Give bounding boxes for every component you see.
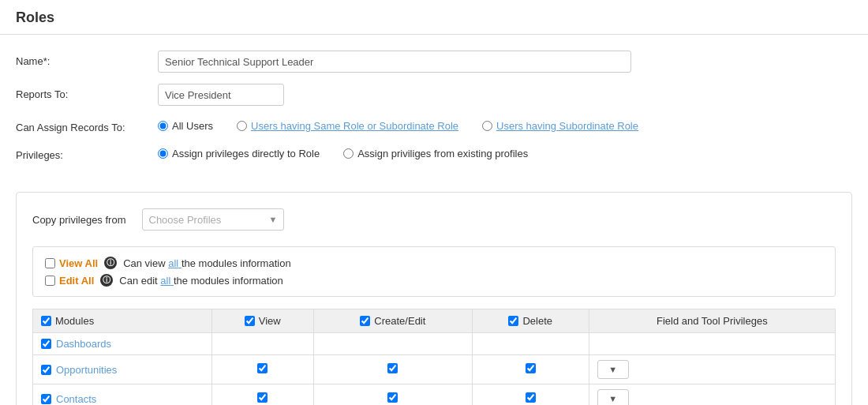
assign-label-sub-only: Users having Subordinate Role (496, 120, 638, 132)
assign-label-all-users: All Users (172, 120, 213, 132)
view-all-info-link: all (168, 257, 181, 269)
view-edit-section: View All ⓘ Can view all the modules info… (32, 246, 836, 297)
th-delete: Delete (472, 309, 589, 333)
view-all-checkbox[interactable] (45, 258, 55, 268)
th-field-tool: Field and Tool Privileges (589, 309, 835, 333)
module-view-cell (211, 333, 313, 355)
view-all-checkbox-item[interactable]: View All (45, 257, 98, 269)
can-assign-row: Can Assign Records To: All Users Users h… (16, 117, 852, 133)
table-row: Contacts▼ (33, 384, 836, 406)
priv-radio-profiles[interactable] (343, 148, 354, 159)
edit-all-info-icon: ⓘ (100, 274, 113, 287)
module-delete-checkbox[interactable] (526, 363, 536, 373)
profile-select[interactable]: Choose Profiles (142, 208, 284, 231)
module-create_edit-checkbox[interactable] (387, 392, 398, 403)
view-all-info-text: Can view all the modules information (123, 257, 290, 269)
priv-radio-direct[interactable] (158, 148, 168, 159)
module-view-cell (211, 384, 313, 406)
module-row-checkbox[interactable] (41, 339, 51, 349)
privileges-label: Privileges: (16, 144, 158, 161)
module-field-tool-cell: ▼ (589, 384, 835, 406)
module-delete-cell (472, 355, 589, 384)
form-section: Name*: Reports To: Can Assign Records To… (0, 35, 868, 180)
th-create-edit-label: Create/Edit (374, 315, 425, 327)
th-modules-label: Modules (55, 315, 94, 327)
module-row-checkbox[interactable] (41, 365, 51, 375)
page-container: Roles Name*: Reports To: Can Assign Reco… (0, 0, 868, 405)
th-create-edit-checkbox[interactable] (360, 316, 370, 326)
th-view: View (211, 309, 313, 333)
module-create_edit-cell (313, 333, 472, 355)
copy-privileges-row: Copy privileges from Choose Profiles ▼ (32, 208, 836, 231)
module-name-link[interactable]: Contacts (56, 393, 96, 405)
can-assign-label: Can Assign Records To: (16, 117, 158, 133)
field-tool-dropdown-button[interactable]: ▼ (597, 389, 629, 405)
edit-all-checkbox-item[interactable]: Edit All (45, 275, 94, 287)
module-name-link[interactable]: Dashboards (56, 338, 111, 350)
module-name-cell: Dashboards (33, 333, 212, 355)
priv-option-direct[interactable]: Assign privileges directly to Role (158, 148, 320, 159)
privileges-row: Privileges: Assign privileges directly t… (16, 144, 852, 161)
edit-all-info-prefix: Can edit (119, 275, 157, 287)
assign-option-sub-only[interactable]: Users having Subordinate Role (482, 120, 638, 132)
th-modules-checkbox[interactable] (41, 316, 51, 326)
module-create_edit-cell (313, 384, 472, 406)
assign-radio-all-users[interactable] (158, 121, 168, 131)
th-modules: Modules (33, 309, 212, 333)
table-header-row: Modules View Create/Edit (33, 309, 836, 333)
reports-to-control (158, 84, 852, 106)
edit-all-info-rest: the modules information (174, 275, 283, 287)
edit-all-label: Edit All (59, 275, 94, 287)
assign-option-same-or-sub[interactable]: Users having Same Role or Subordinate Ro… (237, 120, 458, 132)
page-title: Roles (0, 0, 868, 35)
module-name-link[interactable]: Opportunities (56, 364, 117, 376)
module-view-checkbox[interactable] (257, 363, 268, 373)
table-row: Dashboards (33, 333, 836, 355)
module-create_edit-checkbox[interactable] (387, 363, 398, 373)
privileges-control: Assign privileges directly to Role Assig… (158, 144, 852, 159)
th-create-edit: Create/Edit (313, 309, 472, 333)
privileges-radio-group: Assign privileges directly to Role Assig… (158, 144, 852, 159)
field-tool-dropdown-button[interactable]: ▼ (597, 360, 629, 379)
view-all-info-prefix: Can view (123, 257, 165, 269)
module-delete-checkbox[interactable] (526, 392, 536, 403)
priv-label-direct: Assign privileges directly to Role (172, 148, 320, 159)
module-field-tool-cell (589, 333, 835, 355)
module-field-tool-cell: ▼ (589, 355, 835, 384)
profile-select-wrapper: Choose Profiles ▼ (142, 208, 284, 231)
th-view-checkbox[interactable] (245, 316, 255, 326)
th-delete-label: Delete (522, 315, 552, 327)
assign-option-all-users[interactable]: All Users (158, 120, 213, 132)
assign-radio-sub-only[interactable] (482, 121, 492, 131)
th-delete-checkbox[interactable] (508, 316, 518, 326)
module-name-cell: Opportunities (33, 355, 212, 384)
edit-all-checkbox[interactable] (45, 276, 55, 286)
module-row-checkbox[interactable] (41, 394, 51, 404)
th-field-tool-label: Field and Tool Privileges (657, 315, 768, 327)
view-all-info-rest: the modules information (181, 257, 291, 269)
priv-label-profiles: Assign priviliges from existing profiles (357, 148, 528, 159)
view-all-label: View All (59, 257, 98, 269)
privileges-panel: Copy privileges from Choose Profiles ▼ V… (16, 192, 852, 405)
th-view-label: View (259, 315, 281, 327)
edit-all-info-link: all (160, 275, 174, 287)
assign-radio-group: All Users Users having Same Role or Subo… (158, 117, 852, 132)
view-all-info-icon: ⓘ (104, 257, 117, 269)
module-delete-cell (472, 384, 589, 406)
view-all-row: View All ⓘ Can view all the modules info… (45, 257, 823, 269)
module-view-checkbox[interactable] (257, 392, 268, 403)
name-control (158, 51, 852, 73)
name-label: Name*: (16, 51, 158, 67)
name-input[interactable] (158, 51, 631, 73)
edit-all-info-text: Can edit all the modules information (119, 275, 282, 287)
assign-radio-same-or-sub[interactable] (237, 121, 247, 131)
module-view-cell (211, 355, 313, 384)
module-name-cell: Contacts (33, 384, 212, 406)
reports-to-row: Reports To: (16, 84, 852, 106)
table-row: Opportunities▼ (33, 355, 836, 384)
reports-to-input[interactable] (158, 84, 284, 106)
edit-all-row: Edit All ⓘ Can edit all the modules info… (45, 274, 823, 287)
copy-privileges-label: Copy privileges from (32, 214, 126, 226)
reports-to-label: Reports To: (16, 84, 158, 100)
priv-option-profiles[interactable]: Assign priviliges from existing profiles (343, 148, 528, 159)
